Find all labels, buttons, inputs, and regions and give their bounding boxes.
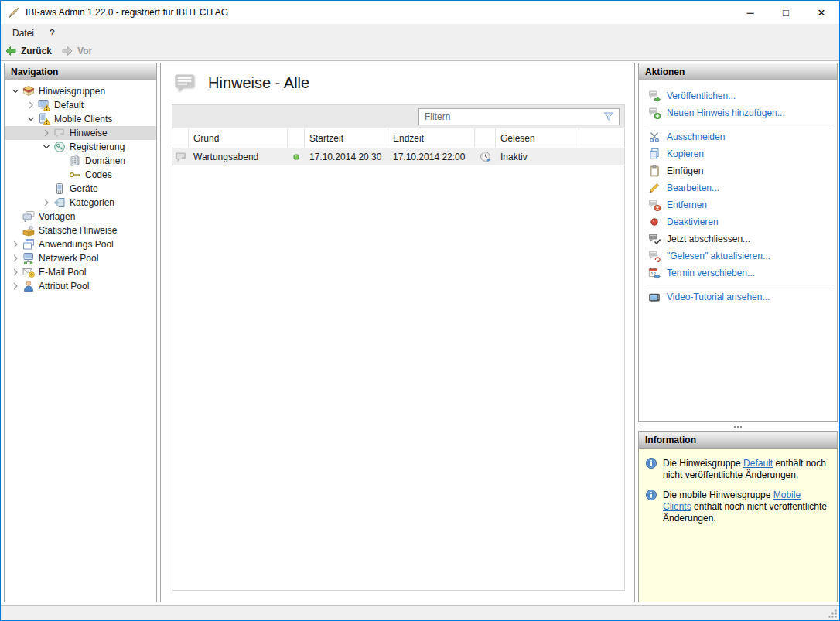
forward-arrow-icon	[61, 45, 73, 57]
copy-icon	[648, 148, 661, 160]
action-label: Neuen Hinweis hinzufügen...	[667, 107, 785, 118]
tree-item-label: Domänen	[85, 155, 125, 166]
info-link-default[interactable]: Default	[743, 458, 773, 469]
action-video-tutorial-ansehen[interactable]: Video-Tutorial ansehen...	[639, 288, 837, 305]
info-link-mobile-clients[interactable]: Mobile Clients	[663, 490, 801, 512]
tree-item-netzwerk-pool[interactable]: Netzwerk Pool	[5, 251, 156, 265]
column-grund[interactable]: Grund	[189, 128, 288, 148]
tree-item-codes[interactable]: Codes	[5, 168, 156, 182]
user-icon	[22, 280, 35, 292]
back-button[interactable]: Zurück	[5, 45, 52, 57]
action-neuen-hinweis-hinzuf-gen[interactable]: Neuen Hinweis hinzufügen...	[639, 104, 837, 121]
tree-item-attribut-pool[interactable]: Attribut Pool	[5, 279, 156, 293]
back-button-label: Zurück	[21, 46, 52, 56]
column-endzeit[interactable]: Endzeit	[388, 128, 475, 148]
paste-icon	[648, 165, 661, 177]
bubble-add-icon	[648, 107, 661, 119]
action-termin-verschieben[interactable]: 12Termin verschieben...	[639, 264, 837, 281]
info-item: Die mobile Hinweisgruppe Mobile Clients …	[645, 490, 831, 524]
tree-item-default[interactable]: Default	[5, 98, 156, 112]
forward-button[interactable]: Vor	[61, 45, 92, 57]
filter-input[interactable]	[419, 111, 603, 122]
chevron-right-icon[interactable]	[9, 280, 22, 292]
actions-separator	[647, 285, 834, 285]
tree-item-label: Anwendungs Pool	[39, 239, 114, 250]
tree-item-registrierung[interactable]: Registrierung	[5, 140, 156, 154]
actions-list: Veröffentlichen...Neuen Hinweis hinzufüg…	[639, 80, 837, 305]
tree-item-ger-te[interactable]: Geräte	[5, 182, 156, 196]
action-ver-ffentlichen[interactable]: Veröffentlichen...	[639, 87, 837, 104]
chevron-down-icon[interactable]	[25, 113, 37, 125]
maximize-button[interactable]: □	[768, 1, 804, 24]
action-entfernen[interactable]: Entfernen	[639, 196, 837, 213]
action-ausschneiden[interactable]: Ausschneiden	[639, 128, 837, 145]
action-label: Jetzt abschliessen...	[667, 234, 750, 244]
column-startzeit[interactable]: Startzeit	[305, 128, 388, 148]
tree-item-label: Registrierung	[70, 142, 125, 152]
chevron-down-icon[interactable]	[9, 85, 22, 97]
chevron-right-icon[interactable]	[40, 196, 53, 209]
action-label: Ausschneiden	[667, 131, 725, 142]
actions-separator	[647, 125, 834, 125]
tree-item-mobile-clients[interactable]: Mobile Clients	[5, 112, 156, 126]
tree-item-hinweise[interactable]: Hinweise	[5, 126, 156, 140]
action-label: Bearbeiten...	[667, 183, 719, 193]
row-endzeit: 17.10.2014 22:00	[388, 152, 475, 162]
expander-placeholder	[40, 183, 53, 195]
action-deaktivieren[interactable]: Deaktivieren	[639, 213, 837, 230]
menu-help[interactable]: ?	[42, 24, 63, 42]
window-title: IBI-aws Admin 1.22.0 - registriert für I…	[26, 7, 228, 18]
tree-item-label: E-Mail Pool	[39, 267, 86, 278]
chevron-right-icon[interactable]	[9, 266, 22, 278]
tree-item-e-mail-pool[interactable]: E-Mail Pool	[5, 265, 156, 279]
action-jetzt-abschliessen[interactable]: Jetzt abschliessen...	[639, 230, 837, 247]
nav-tree: HinweisgruppenDefaultMobile ClientsHinwe…	[5, 80, 156, 293]
panel-splitter[interactable]	[638, 422, 838, 431]
tree-item-label: Kategorien	[70, 197, 114, 208]
action-einf-gen[interactable]: Einfügen	[639, 162, 837, 179]
expander-placeholder	[56, 169, 68, 181]
filter-funnel-icon[interactable]	[603, 111, 615, 123]
action-kopieren[interactable]: Kopieren	[639, 145, 837, 162]
column-gelesen[interactable]: Gelesen	[496, 128, 579, 148]
column-status[interactable]	[288, 128, 305, 148]
tree-item-label: Mobile Clients	[54, 114, 112, 125]
tree-item-hinweisgruppen[interactable]: Hinweisgruppen	[5, 84, 156, 98]
action-bearbeiten[interactable]: Bearbeiten...	[639, 179, 837, 196]
action-label: Video-Tutorial ansehen...	[667, 292, 770, 302]
forward-button-label: Vor	[77, 46, 92, 56]
column-icon[interactable]	[172, 128, 189, 148]
minimize-button[interactable]: ─	[732, 1, 768, 24]
tree-item-kategorien[interactable]: Kategorien	[5, 196, 156, 210]
tree-item-label: Vorlagen	[39, 211, 75, 222]
window-controls: ─ □ ✕	[732, 1, 839, 24]
menu-datei[interactable]: Datei	[5, 24, 42, 42]
pencil-icon	[648, 182, 661, 194]
information-header: Information	[639, 432, 837, 449]
action-gelesen-aktualisieren[interactable]: "Gelesen" aktualisieren...	[639, 247, 837, 264]
expander-placeholder	[56, 155, 68, 167]
column-read[interactable]	[475, 128, 496, 148]
info-text: Die Hinweisgruppe Default enthält noch n…	[663, 458, 831, 481]
tree-item-label: Default	[54, 100, 84, 111]
actions-panel: Aktionen Veröffentlichen...Neuen Hinweis…	[638, 63, 838, 422]
tree-item-statische-hinweise[interactable]: Statische Hinweise	[5, 223, 156, 237]
column-extra[interactable]	[579, 128, 624, 148]
resize-grip[interactable]	[828, 609, 838, 619]
key-circle-icon	[53, 141, 66, 153]
chevron-right-icon[interactable]	[9, 252, 22, 264]
menu-bar: Datei ?	[1, 24, 839, 42]
table-row-wartungsabend[interactable]: Wartungsabend17.10.2014 20:3017.10.2014 …	[172, 148, 624, 165]
chevron-right-icon[interactable]	[25, 99, 37, 111]
chevron-right-icon[interactable]	[40, 127, 53, 139]
tree-item-anwendungs-pool[interactable]: Anwendungs Pool	[5, 237, 156, 251]
notice-list: Grund Startzeit Endzeit Gelesen Wartungs…	[172, 104, 625, 591]
status-bar	[1, 605, 839, 620]
close-button[interactable]: ✕	[804, 1, 839, 24]
tree-item-dom-nen[interactable]: Domänen	[5, 154, 156, 168]
tree-item-vorlagen[interactable]: Vorlagen	[5, 210, 156, 223]
row-status-icon	[288, 151, 305, 163]
chevron-down-icon[interactable]	[40, 141, 53, 153]
mobile-warning-icon	[38, 113, 50, 125]
chevron-right-icon[interactable]	[9, 238, 22, 251]
